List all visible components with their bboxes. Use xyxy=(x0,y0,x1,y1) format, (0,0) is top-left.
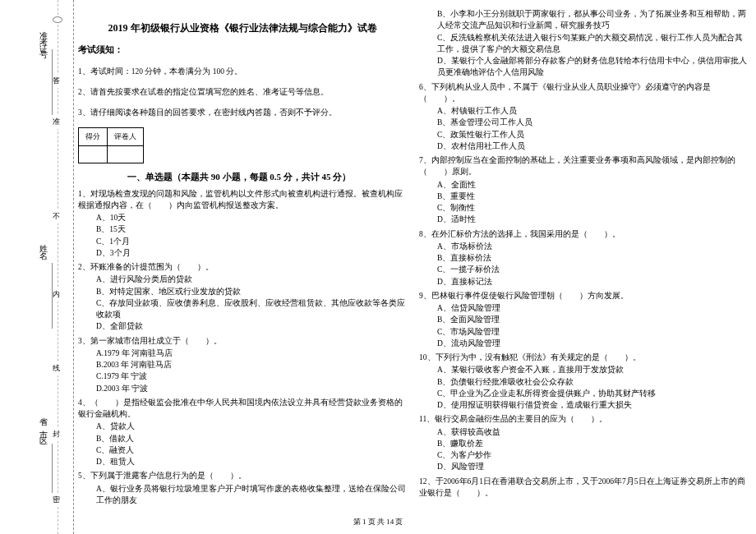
question-stem: 12、于2006年6月1日在香港联合交易所上市，又于2006年7月5日在上海证券… xyxy=(419,476,748,499)
question-stem: 4、（ ）是指经银监会批准在中华人民共和国境内依法设立并具有经营贷款业务资格的银… xyxy=(78,397,407,421)
option[interactable]: B、重要性 xyxy=(437,191,748,202)
option[interactable]: C、市场风险管理 xyxy=(437,326,748,338)
option[interactable]: C.1979 年 宁波 xyxy=(96,371,407,382)
question-stem: 2、环账准备的计提范围为（ ）。 xyxy=(78,261,407,273)
option[interactable]: C、1个月 xyxy=(96,236,407,247)
binding-sidebar: 答 准 不 内 线 封 密 准考证号 姓名 省（市区） xyxy=(0,0,74,534)
option[interactable]: C、存放同业款项、应收债券利息、应收股利、应收经营租赁款、其他应收款等各类应收款… xyxy=(96,297,407,321)
province-label: 省（市区） xyxy=(37,411,48,444)
option[interactable]: D、3个月 xyxy=(96,247,407,259)
grader-cell[interactable] xyxy=(108,145,144,163)
exam-id-label: 准考证号 xyxy=(37,25,48,51)
score-header: 得分 xyxy=(79,128,108,145)
option[interactable]: B、基金管理公司工作人员 xyxy=(437,117,748,128)
option[interactable]: D、使用报证明获得银行借贷资金，造成银行重大损失 xyxy=(437,399,748,411)
option[interactable]: A、某银行吸收客户资金不入账，直接用于发放贷款 xyxy=(437,364,748,375)
option[interactable]: C、制衡性 xyxy=(437,202,748,214)
option[interactable]: D、风险管理 xyxy=(437,461,748,472)
option[interactable]: C、甲企业为乙企业走私所得资金提供账户，协助其财产转移 xyxy=(437,388,748,399)
option[interactable]: B、直接标价法 xyxy=(437,252,748,264)
question-stem: 11、银行交易金融衍生品的主要目的应为（ ）。 xyxy=(419,413,748,425)
main-content: 2019 年初级银行从业资格《银行业法律法规与综合能力》试卷 考试须知： 1、考… xyxy=(78,8,752,506)
option[interactable]: B、小李和小王分别就职于两家银行，都从事公司业务，为了拓展业务和互相帮助，两人经… xyxy=(437,8,748,32)
left-column: 2019 年初级银行从业资格《银行业法律法规与综合能力》试卷 考试须知： 1、考… xyxy=(78,8,407,506)
option[interactable]: D.2003 年 宁波 xyxy=(96,383,407,394)
option[interactable]: A、村镇银行工作人员 xyxy=(437,105,748,117)
option[interactable]: C、为客户炒作 xyxy=(437,449,748,461)
question-stem: 6、下列机构从业人员中，不属于《银行业从业人员职业操守》必须遵守的内容是（ ）。 xyxy=(419,81,748,105)
question-stem: 8、在外汇标价方法的选择上，我国采用的是（ ）。 xyxy=(419,228,748,240)
question-stem: 10、下列行为中，没有触犯《刑法》有关规定的是（ ）。 xyxy=(419,352,748,363)
name-label: 姓名 xyxy=(37,238,48,251)
fill-line xyxy=(52,444,53,493)
question-stem: 5、下列属于泄露客户信息行为的是（ ）。 xyxy=(78,470,407,481)
option[interactable]: A、信贷风险管理 xyxy=(437,302,748,314)
score-cell[interactable] xyxy=(79,145,108,163)
option[interactable]: A、进行风险分类后的贷款 xyxy=(96,274,407,285)
fill-line xyxy=(52,49,53,115)
option[interactable]: B、15天 xyxy=(96,223,407,235)
option[interactable]: A、市场标价法 xyxy=(437,241,748,252)
option[interactable]: D、适时性 xyxy=(437,214,748,225)
option[interactable]: B、对特定国家、地区或行业发放的贷款 xyxy=(96,286,407,297)
option[interactable]: A、全面性 xyxy=(437,179,748,191)
notice-item: 1、考试时间：120 分钟，本卷满分为 100 分。 xyxy=(78,66,407,78)
notice-title: 考试须知： xyxy=(78,43,407,58)
option[interactable]: A.1979 年 河南驻马店 xyxy=(96,348,407,359)
option[interactable]: A、10天 xyxy=(96,212,407,223)
question-stem: 9、巴林银行事件促使银行风险管理朝（ ）方向发展。 xyxy=(419,290,748,302)
option[interactable]: D、农村信用社工作人员 xyxy=(437,140,748,152)
option[interactable]: C、融资人 xyxy=(96,444,407,456)
option[interactable]: A、银行业务员将银行垃圾堆里客户开户时填写作废的表格收集整理，送给在保险公司工作… xyxy=(96,483,407,507)
question-stem: 1、对现场检查发现的问题和风险，监管机构以文件形式向被查机构进行通报。被查机构应… xyxy=(78,188,407,212)
option[interactable]: D、直接标记法 xyxy=(437,276,748,288)
question-stem: 3、第一家城市信用社成立于（ ）。 xyxy=(78,335,407,347)
option[interactable]: D、全部贷款 xyxy=(96,320,407,332)
notice-item: 3、请仔细阅读各种题目的回答要求，在密封线内答题，否则不予评分。 xyxy=(78,107,407,119)
option[interactable]: C、反洗钱检察机关依法进入银行S句某账户的大额交易情况，银行工作人员为配合其工作… xyxy=(437,32,748,56)
sidebar-labels: 准考证号 姓名 省（市区） xyxy=(12,0,70,534)
grader-header: 评卷人 xyxy=(108,128,144,145)
option[interactable]: C、一揽子标价法 xyxy=(437,264,748,275)
page-footer: 第 1 页 共 14 页 xyxy=(0,517,756,527)
option[interactable]: A、获得较高收益 xyxy=(437,426,748,438)
option[interactable]: D、流动风险管理 xyxy=(437,338,748,349)
option[interactable]: B、赚取价差 xyxy=(437,438,748,449)
option[interactable]: B、借款人 xyxy=(96,433,407,444)
option[interactable]: D、某银行个人金融部将部分存款客户的财务信息转给本行信用卡中心，供信用审批人员更… xyxy=(437,55,748,79)
option[interactable]: B、负债银行经批准吸收社会公众存款 xyxy=(437,376,748,388)
score-table: 得分 评卷人 xyxy=(78,127,144,163)
option[interactable]: D、租赁人 xyxy=(96,456,407,467)
right-column: B、小李和小王分别就职于两家银行，都从事公司业务，为了拓展业务和互相帮助，两人经… xyxy=(419,8,748,506)
option[interactable]: A、贷款人 xyxy=(96,421,407,432)
question-stem: 7、内部控制应当在全面控制的基础上，关注重要业务事项和高风险领域，是内部控制的（… xyxy=(419,154,748,178)
exam-title: 2019 年初级银行从业资格《银行业法律法规与综合能力》试卷 xyxy=(78,21,407,36)
option[interactable]: B、全面风险管理 xyxy=(437,314,748,325)
fill-line xyxy=(52,263,53,329)
option[interactable]: C、政策性银行工作人员 xyxy=(437,129,748,140)
notice-item: 2、请首先按要求在试卷的指定位置填写您的姓名、准考证号等信息。 xyxy=(78,86,407,99)
option[interactable]: B.2003 年 河南驻马店 xyxy=(96,359,407,371)
section-title: 一、单选题（本题共 90 小题，每题 0.5 分，共计 45 分） xyxy=(127,170,407,185)
